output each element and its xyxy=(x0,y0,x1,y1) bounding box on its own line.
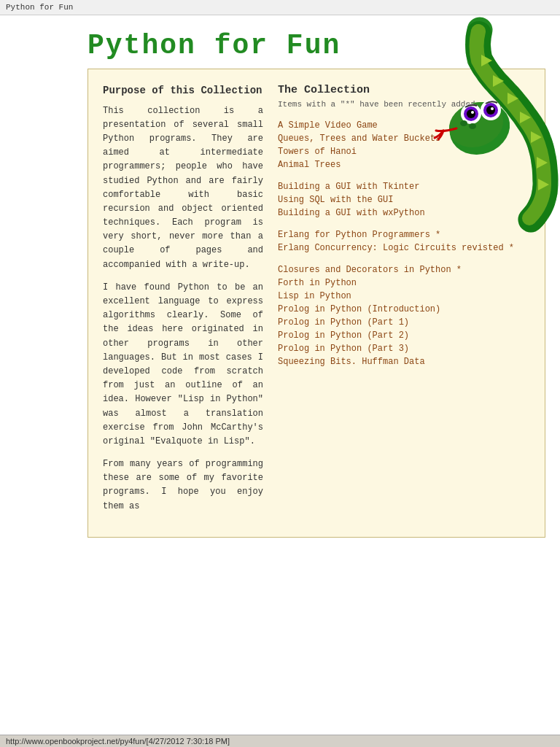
purpose-heading: Purpose of this Collection xyxy=(103,84,263,98)
collection-link-3-0[interactable]: Closures and Decorators in Python * xyxy=(278,263,530,276)
collection-link-3-7[interactable]: Squeezing Bits. Huffman Data xyxy=(278,355,530,368)
svg-point-9 xyxy=(491,107,494,110)
svg-point-10 xyxy=(460,120,467,126)
left-column: Purpose of this Collection This collecti… xyxy=(103,84,263,522)
collection-link-3-5[interactable]: Prolog in Python (Part 2) xyxy=(278,329,530,342)
svg-point-6 xyxy=(467,109,475,118)
svg-point-11 xyxy=(469,123,476,129)
snake-illustration xyxy=(283,15,560,249)
svg-point-7 xyxy=(486,106,495,115)
collection-link-3-2[interactable]: Lisp in Python xyxy=(278,290,530,303)
collection-link-3-3[interactable]: Prolog in Python (Introduction) xyxy=(278,303,530,316)
paragraph-3: From many years of programming these are… xyxy=(103,457,263,514)
collection-link-3-6[interactable]: Prolog in Python (Part 3) xyxy=(278,342,530,355)
collection-link-3-1[interactable]: Forth in Python xyxy=(278,276,530,290)
browser-tab: Python for Fun xyxy=(0,0,560,15)
svg-point-8 xyxy=(471,111,474,114)
collection-link-3-4[interactable]: Prolog in Python (Part 1) xyxy=(278,316,530,329)
status-bar: http://www.openbookproject.net/py4fun/[4… xyxy=(0,735,560,747)
link-group-3: Closures and Decorators in Python *Forth… xyxy=(278,263,530,368)
main-area: Python for Fun Purpose of this Collectio… xyxy=(0,15,560,538)
paragraph-1: This collection is a presentation of sev… xyxy=(103,104,263,272)
paragraph-2: I have found Python to be an excellent l… xyxy=(103,281,263,449)
